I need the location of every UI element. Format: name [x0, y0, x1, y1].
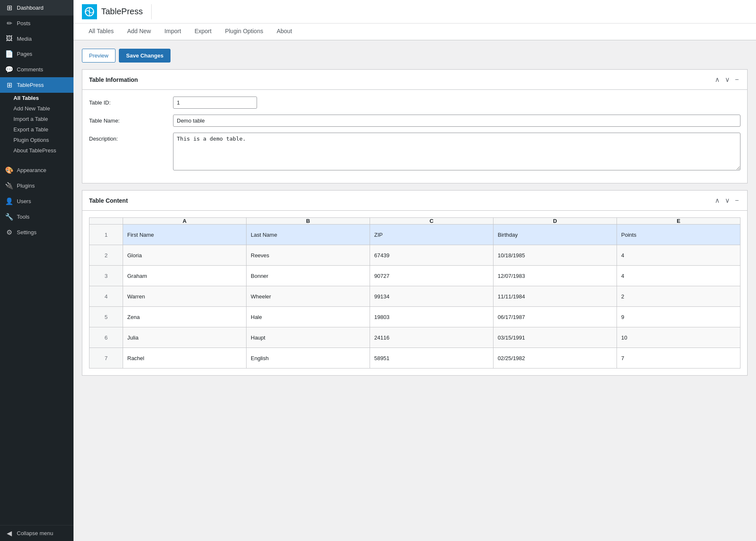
- save-changes-button[interactable]: Save Changes: [119, 49, 171, 63]
- cell-input[interactable]: [617, 286, 740, 306]
- cell-input[interactable]: [370, 286, 493, 306]
- collapse-menu-item[interactable]: ◀ Collapse menu: [0, 525, 74, 541]
- description-textarea[interactable]: [173, 133, 740, 170]
- sidebar-item-appearance[interactable]: 🎨 Appearance: [0, 162, 74, 178]
- table-cell[interactable]: [494, 307, 617, 327]
- table-cell[interactable]: [123, 245, 247, 266]
- panel-collapse-down-button[interactable]: ∨: [723, 75, 732, 84]
- cell-input[interactable]: [370, 307, 493, 327]
- cell-input[interactable]: [617, 327, 740, 348]
- table-cell[interactable]: [617, 225, 740, 245]
- table-id-input[interactable]: [173, 97, 257, 109]
- nav-tab-about[interactable]: About: [270, 24, 299, 40]
- table-cell[interactable]: [123, 327, 247, 348]
- cell-input[interactable]: [494, 245, 617, 265]
- cell-input[interactable]: [370, 327, 493, 348]
- table-cell[interactable]: [370, 286, 494, 307]
- table-cell[interactable]: [494, 266, 617, 286]
- cell-input[interactable]: [123, 266, 246, 286]
- sidebar-sub-add-new-table[interactable]: Add New Table: [0, 103, 74, 114]
- sidebar-sub-about-tablepress[interactable]: About TablePress: [0, 145, 74, 156]
- table-name-input[interactable]: [173, 115, 740, 127]
- table-cell[interactable]: [247, 348, 370, 369]
- cell-input[interactable]: [247, 307, 370, 327]
- cell-input[interactable]: [123, 225, 246, 245]
- table-cell[interactable]: [494, 245, 617, 266]
- cell-input[interactable]: [247, 225, 370, 245]
- cell-input[interactable]: [247, 348, 370, 368]
- sidebar-sub-plugin-options[interactable]: Plugin Options: [0, 135, 74, 145]
- table-content-collapse-down-button[interactable]: ∨: [723, 196, 732, 205]
- cell-input[interactable]: [617, 225, 740, 245]
- cell-input[interactable]: [617, 307, 740, 327]
- table-cell[interactable]: [494, 225, 617, 245]
- table-cell[interactable]: [123, 225, 247, 245]
- table-cell[interactable]: [370, 307, 494, 327]
- table-cell[interactable]: [123, 307, 247, 327]
- table-cell[interactable]: [370, 348, 494, 369]
- table-cell[interactable]: [247, 266, 370, 286]
- table-cell[interactable]: [247, 225, 370, 245]
- cell-input[interactable]: [123, 245, 246, 265]
- cell-input[interactable]: [123, 286, 246, 306]
- nav-tab-add-new[interactable]: Add New: [121, 24, 158, 40]
- cell-input[interactable]: [247, 327, 370, 348]
- sidebar-item-media[interactable]: 🖼 Media: [0, 31, 74, 46]
- table-cell[interactable]: [370, 245, 494, 266]
- table-cell[interactable]: [247, 245, 370, 266]
- cell-input[interactable]: [370, 348, 493, 368]
- table-cell[interactable]: [247, 307, 370, 327]
- cell-input[interactable]: [617, 266, 740, 286]
- table-cell[interactable]: [617, 348, 740, 369]
- table-cell[interactable]: [617, 307, 740, 327]
- cell-input[interactable]: [494, 225, 617, 245]
- table-cell[interactable]: [370, 327, 494, 348]
- sidebar-sub-all-tables[interactable]: All Tables: [0, 93, 74, 103]
- sidebar-item-posts[interactable]: ✏ Posts: [0, 16, 74, 31]
- table-cell[interactable]: [247, 327, 370, 348]
- nav-tab-export[interactable]: Export: [188, 24, 218, 40]
- sidebar-sub-export-a-table[interactable]: Export a Table: [0, 124, 74, 135]
- cell-input[interactable]: [370, 245, 493, 265]
- sidebar-item-pages[interactable]: 📄 Pages: [0, 46, 74, 62]
- nav-tab-plugin-options[interactable]: Plugin Options: [218, 24, 270, 40]
- table-cell[interactable]: [494, 286, 617, 307]
- sidebar-item-users[interactable]: 👤 Users: [0, 193, 74, 209]
- nav-tab-import[interactable]: Import: [158, 24, 188, 40]
- cell-input[interactable]: [617, 348, 740, 368]
- table-cell[interactable]: [494, 327, 617, 348]
- cell-input[interactable]: [494, 307, 617, 327]
- sidebar-item-dashboard[interactable]: ⊞ Dashboard: [0, 0, 74, 16]
- sidebar-sub-import-a-table[interactable]: Import a Table: [0, 114, 74, 124]
- cell-input[interactable]: [617, 245, 740, 265]
- table-cell[interactable]: [370, 225, 494, 245]
- sidebar-item-tablepress[interactable]: ⊞ TablePress: [0, 77, 74, 93]
- panel-collapse-up-button[interactable]: ∧: [713, 75, 722, 84]
- cell-input[interactable]: [123, 327, 246, 348]
- table-cell[interactable]: [123, 266, 247, 286]
- cell-input[interactable]: [494, 327, 617, 348]
- cell-input[interactable]: [370, 266, 493, 286]
- table-cell[interactable]: [494, 348, 617, 369]
- table-cell[interactable]: [123, 286, 247, 307]
- cell-input[interactable]: [247, 245, 370, 265]
- preview-button[interactable]: Preview: [82, 49, 116, 63]
- cell-input[interactable]: [494, 266, 617, 286]
- cell-input[interactable]: [247, 286, 370, 306]
- table-cell[interactable]: [123, 348, 247, 369]
- cell-input[interactable]: [247, 266, 370, 286]
- table-cell[interactable]: [617, 286, 740, 307]
- panel-minimize-button[interactable]: −: [733, 75, 740, 84]
- table-cell[interactable]: [370, 266, 494, 286]
- sidebar-item-comments[interactable]: 💬 Comments: [0, 62, 74, 77]
- table-cell[interactable]: [617, 266, 740, 286]
- table-content-collapse-up-button[interactable]: ∧: [713, 196, 722, 205]
- cell-input[interactable]: [123, 348, 246, 368]
- sidebar-item-plugins[interactable]: 🔌 Plugins: [0, 178, 74, 193]
- table-cell[interactable]: [617, 245, 740, 266]
- cell-input[interactable]: [370, 225, 493, 245]
- table-cell[interactable]: [247, 286, 370, 307]
- table-content-minimize-button[interactable]: −: [733, 196, 740, 205]
- cell-input[interactable]: [123, 307, 246, 327]
- table-cell[interactable]: [617, 327, 740, 348]
